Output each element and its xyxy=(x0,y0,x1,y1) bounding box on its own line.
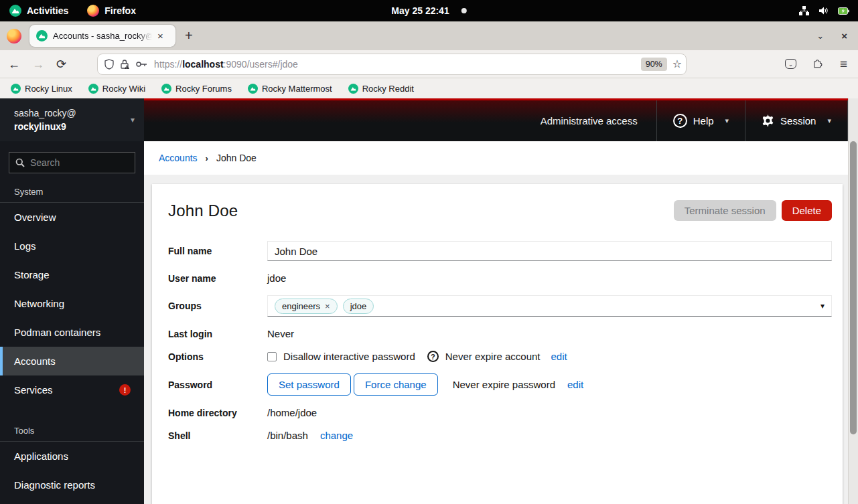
activities-button[interactable]: Activities xyxy=(9,5,68,17)
edit-password-expiry-link[interactable]: edit xyxy=(567,379,583,390)
sidebar-item-diagnostic-reports[interactable]: Diagnostic reports xyxy=(0,471,144,499)
tab-title: Accounts - sasha_rocky@ xyxy=(53,31,152,41)
bookmark-rocky-mattermost[interactable]: Rocky Mattermost xyxy=(248,84,332,94)
firefox-app-icon xyxy=(7,29,21,44)
bookmark-star-icon[interactable]: ☆ xyxy=(672,58,682,70)
sidebar-item-logs[interactable]: Logs xyxy=(0,232,144,260)
force-change-button[interactable]: Force change xyxy=(354,373,438,396)
group-chip-jdoe: jdoe xyxy=(343,299,374,314)
sidebar-item-networking[interactable]: Networking xyxy=(0,289,144,318)
rocky-favicon-icon xyxy=(36,30,48,41)
logged-in-user: sasha_rocky@ xyxy=(14,106,76,120)
back-button[interactable]: ← xyxy=(8,58,20,70)
session-menu[interactable]: Session ▾ xyxy=(745,100,848,141)
section-label-tools: Tools xyxy=(0,404,144,441)
breadcrumb-chevron-icon: › xyxy=(206,153,208,163)
delete-button[interactable]: Delete xyxy=(782,200,832,221)
help-caret-icon: ▾ xyxy=(725,116,729,125)
zoom-level-badge[interactable]: 90% xyxy=(641,58,667,71)
options-label: Options xyxy=(168,351,267,362)
search-input[interactable] xyxy=(30,157,124,168)
groups-select[interactable]: engineers × jdoe ▾ xyxy=(267,295,832,317)
extensions-icon[interactable] xyxy=(812,58,824,70)
firefox-tab-bar: Accounts - sasha_rocky@ × + ⌄ × xyxy=(0,21,858,50)
disallow-password-checkbox[interactable] xyxy=(267,352,277,361)
sidebar-item-overview[interactable]: Overview xyxy=(0,203,144,232)
page-scrollbar[interactable] xyxy=(848,98,858,504)
bookmark-rocky-forums[interactable]: Rocky Forums xyxy=(161,84,232,94)
key-icon[interactable] xyxy=(136,61,147,68)
clock-menu[interactable]: May 25 22:41 xyxy=(391,5,466,16)
scrollbar-thumb[interactable] xyxy=(850,141,857,434)
disallow-password-label: Disallow interactive password xyxy=(283,351,415,362)
forward-button[interactable]: → xyxy=(32,58,44,70)
lock-warning-icon[interactable] xyxy=(120,59,130,70)
menu-icon[interactable]: ≡ xyxy=(840,57,847,72)
full-name-input[interactable] xyxy=(267,241,832,261)
last-login-label: Last login xyxy=(168,329,267,339)
home-directory-label: Home directory xyxy=(168,408,267,418)
bookmark-rocky-wiki[interactable]: Rocky Wiki xyxy=(88,84,145,94)
network-icon xyxy=(799,6,809,15)
host-caret-icon: ▾ xyxy=(131,115,135,124)
url-bar[interactable]: https://localhost:9090/users#/jdoe 90% ☆ xyxy=(97,54,687,75)
session-caret-icon: ▾ xyxy=(827,116,831,125)
terminate-session-button[interactable]: Terminate session xyxy=(674,200,776,221)
window-close-icon[interactable]: × xyxy=(841,30,847,41)
firefox-icon xyxy=(87,5,99,17)
sidebar-item-storage[interactable]: Storage xyxy=(0,260,144,289)
sidebar-item-accounts[interactable]: Accounts xyxy=(0,347,144,375)
rocky-favicon-icon xyxy=(161,84,171,94)
edit-account-expiry-link[interactable]: edit xyxy=(551,351,567,362)
session-label: Session xyxy=(780,115,816,127)
bookmark-rocky-linux[interactable]: Rocky Linux xyxy=(11,84,72,94)
page-title: John Doe xyxy=(168,201,238,220)
firefox-nav-toolbar: ← → ⟳ https://localhost:9090/users#/jdoe… xyxy=(0,50,858,78)
page-background: John Doe Terminate session Delete Full n… xyxy=(144,175,848,504)
help-menu[interactable]: ? Help ▾ xyxy=(656,100,745,141)
sidebar-item-podman-containers[interactable]: Podman containers xyxy=(0,318,144,347)
pocket-icon[interactable]: ⌄ xyxy=(785,59,796,69)
groups-caret-icon[interactable]: ▾ xyxy=(820,301,825,311)
reload-button[interactable]: ⟳ xyxy=(56,58,66,70)
bookmarks-toolbar: Rocky Linux Rocky Wiki Rocky Forums Rock… xyxy=(0,78,858,98)
notification-dot xyxy=(461,8,467,13)
host-switcher[interactable]: sasha_rocky@ rockylinux9 ▾ xyxy=(0,98,144,141)
tracking-shield-icon[interactable] xyxy=(104,59,114,70)
chip-remove-icon[interactable]: × xyxy=(325,302,330,311)
cockpit-sidebar: sasha_rocky@ rockylinux9 ▾ System Overvi… xyxy=(0,98,144,504)
help-icon: ? xyxy=(673,114,687,128)
volume-icon xyxy=(818,6,829,15)
administrative-access-indicator[interactable]: Administrative access xyxy=(541,100,656,141)
sidebar-item-services[interactable]: Services ! xyxy=(0,375,144,404)
sidebar-item-applications[interactable]: Applications xyxy=(0,442,144,471)
url-text[interactable]: https://localhost:9090/users#/jdoe xyxy=(154,59,641,70)
change-shell-link[interactable]: change xyxy=(320,430,353,441)
account-details-card: John Doe Terminate session Delete Full n… xyxy=(152,184,843,504)
masthead: Administrative access ? Help ▾ Session ▾ xyxy=(144,98,848,141)
bookmark-rocky-reddit[interactable]: Rocky Reddit xyxy=(348,84,414,94)
cockpit-main: Administrative access ? Help ▾ Session ▾… xyxy=(144,98,848,504)
never-expire-password-text: Never expire password xyxy=(453,379,555,390)
screen: Activities Firefox May 25 22:41 xyxy=(0,0,858,504)
focused-app-menu[interactable]: Firefox xyxy=(87,5,136,17)
shell-label: Shell xyxy=(168,430,267,441)
tab-close-icon[interactable]: × xyxy=(157,31,163,41)
gear-icon xyxy=(762,114,774,127)
system-status-area[interactable] xyxy=(799,6,858,15)
browser-tab-accounts[interactable]: Accounts - sasha_rocky@ × xyxy=(29,25,175,47)
rocky-favicon-icon xyxy=(88,84,98,94)
question-circle-icon[interactable]: ? xyxy=(427,351,439,362)
sidebar-search[interactable] xyxy=(9,152,135,173)
group-chip-engineers: engineers × xyxy=(275,299,338,314)
gnome-top-bar: Activities Firefox May 25 22:41 xyxy=(0,0,858,21)
breadcrumb-accounts-link[interactable]: Accounts xyxy=(159,153,198,163)
rocky-logo-icon xyxy=(9,5,21,17)
battery-icon xyxy=(838,7,850,15)
rocky-favicon-icon xyxy=(11,84,21,94)
set-password-button[interactable]: Set password xyxy=(267,373,351,396)
help-label: Help xyxy=(693,115,714,127)
new-tab-button[interactable]: + xyxy=(185,28,193,44)
never-expire-account-text: Never expire account xyxy=(445,351,541,362)
tab-list-chevron-icon[interactable]: ⌄ xyxy=(816,31,824,41)
